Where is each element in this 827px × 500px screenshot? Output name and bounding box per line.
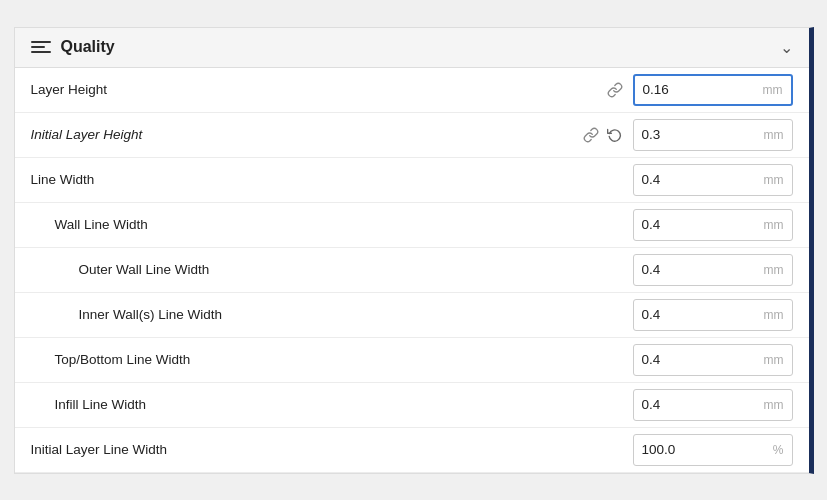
quality-panel: Quality ⌄ Layer HeightmmInitial Layer He… (14, 27, 814, 474)
unit-top-bottom-line-width: mm (760, 349, 792, 371)
setting-row-wall-line-width: Wall Line Widthmm (15, 203, 809, 248)
input-initial-layer-line-width[interactable] (634, 438, 769, 461)
setting-row-top-bottom-line-width: Top/Bottom Line Widthmm (15, 338, 809, 383)
label-top-bottom-line-width: Top/Bottom Line Width (31, 352, 577, 367)
input-group-layer-height: mm (633, 74, 793, 106)
link-icon-initial-layer-height[interactable] (581, 125, 601, 145)
unit-initial-layer-line-width: % (769, 439, 792, 461)
setting-row-inner-wall-line-width: Inner Wall(s) Line Widthmm (15, 293, 809, 338)
setting-row-initial-layer-line-width: Initial Layer Line Width% (15, 428, 809, 473)
label-layer-height: Layer Height (31, 82, 577, 97)
unit-wall-line-width: mm (760, 214, 792, 236)
input-group-initial-layer-line-width: % (633, 434, 793, 466)
setting-row-line-width: Line Widthmm (15, 158, 809, 203)
label-outer-wall-line-width: Outer Wall Line Width (31, 262, 577, 277)
panel-title: Quality (61, 38, 115, 56)
icons-initial-layer-height (577, 125, 625, 145)
input-group-top-bottom-line-width: mm (633, 344, 793, 376)
input-group-inner-wall-line-width: mm (633, 299, 793, 331)
chevron-down-icon[interactable]: ⌄ (780, 38, 793, 57)
input-top-bottom-line-width[interactable] (634, 348, 760, 371)
input-group-line-width: mm (633, 164, 793, 196)
icons-layer-height (577, 80, 625, 100)
setting-row-layer-height: Layer Heightmm (15, 68, 809, 113)
input-initial-layer-height[interactable] (634, 123, 760, 146)
label-initial-layer-line-width: Initial Layer Line Width (31, 442, 577, 457)
unit-inner-wall-line-width: mm (760, 304, 792, 326)
reset-icon-initial-layer-height[interactable] (605, 125, 625, 145)
input-group-infill-line-width: mm (633, 389, 793, 421)
unit-infill-line-width: mm (760, 394, 792, 416)
input-group-wall-line-width: mm (633, 209, 793, 241)
link-icon-layer-height[interactable] (605, 80, 625, 100)
input-inner-wall-line-width[interactable] (634, 303, 760, 326)
label-line-width: Line Width (31, 172, 577, 187)
input-outer-wall-line-width[interactable] (634, 258, 760, 281)
setting-row-infill-line-width: Infill Line Widthmm (15, 383, 809, 428)
input-layer-height[interactable] (635, 78, 759, 101)
input-line-width[interactable] (634, 168, 760, 191)
setting-row-outer-wall-line-width: Outer Wall Line Widthmm (15, 248, 809, 293)
menu-icon (31, 41, 51, 53)
input-wall-line-width[interactable] (634, 213, 760, 236)
panel-header: Quality ⌄ (15, 28, 809, 68)
unit-layer-height: mm (759, 79, 791, 101)
unit-line-width: mm (760, 169, 792, 191)
label-wall-line-width: Wall Line Width (31, 217, 577, 232)
settings-rows: Layer HeightmmInitial Layer HeightmmLine… (15, 68, 809, 473)
label-infill-line-width: Infill Line Width (31, 397, 577, 412)
input-group-initial-layer-height: mm (633, 119, 793, 151)
label-inner-wall-line-width: Inner Wall(s) Line Width (31, 307, 577, 322)
unit-outer-wall-line-width: mm (760, 259, 792, 281)
header-left: Quality (31, 38, 115, 56)
input-group-outer-wall-line-width: mm (633, 254, 793, 286)
label-initial-layer-height: Initial Layer Height (31, 127, 577, 142)
input-infill-line-width[interactable] (634, 393, 760, 416)
setting-row-initial-layer-height: Initial Layer Heightmm (15, 113, 809, 158)
unit-initial-layer-height: mm (760, 124, 792, 146)
